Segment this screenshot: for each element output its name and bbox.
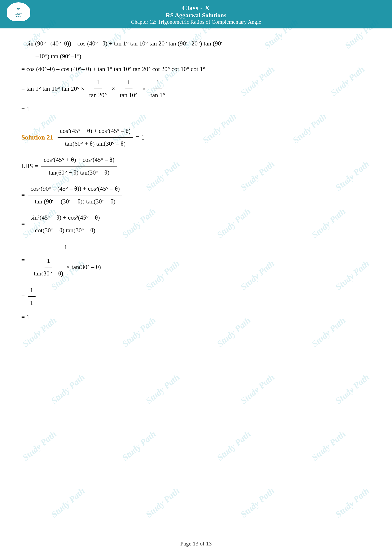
header: ✒ Study Path Class - X RS Aggarwal Solut…: [0, 0, 392, 28]
watermark-36: Study Path: [215, 429, 253, 463]
step5-den: 1: [28, 297, 35, 309]
logo-container: ✒ Study Path: [7, 2, 33, 21]
watermark-37: Study Path: [309, 429, 347, 463]
step3-den: cot(30° – θ) tan(30° – θ): [33, 224, 98, 237]
watermark-40: Study Path: [238, 485, 276, 520]
step6-text: = 1: [21, 314, 29, 320]
fraction-3-tan1: 1 tan 1°: [148, 76, 168, 101]
step4-den: 1 tan(30° – θ) × tan(30° – θ): [28, 254, 103, 280]
step4-inner-num: 1: [45, 255, 52, 267]
fraction-2-tan10: 1 tan 10°: [118, 76, 140, 101]
fraction-1-tan20: 1 tan 20°: [87, 76, 109, 101]
step4-inner-den: tan(30° – θ): [32, 267, 66, 280]
frac3-num: 1: [154, 76, 162, 89]
step4-num: 1: [62, 240, 70, 254]
step2-den: tan (90° – (30° – θ)) tan(30° – θ): [33, 195, 118, 208]
step4-inner-frac: 1 tan(30° – θ): [32, 255, 66, 280]
watermark-35: Study Path: [120, 429, 158, 463]
watermark-34: Study Path: [20, 429, 58, 463]
frac2-den: tan 10°: [118, 89, 140, 101]
line5-text: = 1: [21, 106, 29, 113]
sol21-frac-num: cos²(45° + θ) + cos²(45° – θ): [58, 125, 133, 138]
frac2-num: 1: [125, 76, 133, 89]
step4-den-suffix: × tan(30° – θ): [67, 262, 101, 273]
step6: = 1: [21, 312, 371, 323]
step2-eq: =: [21, 189, 25, 201]
line3-text: = cos (40°–θ) – cos (40°– θ) + tan 1° ta…: [21, 66, 205, 72]
step5-eq: =: [21, 291, 25, 302]
lhs-frac: cos²(45° + θ) + cos²(45° – θ) tan(60° + …: [41, 154, 117, 179]
step5-frac: 1 1: [28, 284, 35, 309]
page: ✒ Study Path Class - X RS Aggarwal Solut…: [0, 0, 392, 554]
watermark-32: Study Path: [238, 372, 276, 406]
frac1-den: tan 20°: [87, 89, 109, 101]
watermark-31: Study Path: [144, 372, 182, 406]
frac3-den: tan 1°: [148, 89, 168, 101]
cross2: ×: [142, 83, 146, 95]
sol21-eq: = 1: [136, 131, 145, 144]
math-line-1: = sin (90°– (40°–θ)) – cos (40°– θ) + ta…: [21, 38, 371, 49]
step4-frac: 1 1 tan(30° – θ) × tan(30° – θ): [28, 240, 103, 280]
lhs-den: tan(60° + θ) tan(30° – θ): [46, 166, 112, 179]
solution21-label: Solution 21: [21, 131, 53, 144]
frac1-num: 1: [94, 76, 102, 89]
page-label: Page 13 of 13: [180, 540, 212, 547]
lhs-step1: LHS = cos²(45° + θ) + cos²(45° – θ) tan(…: [21, 154, 371, 179]
pen-icon: ✒: [16, 6, 21, 12]
step3-num: sin²(45° – θ) + cos²(45° – θ): [28, 212, 102, 224]
solution21-main-frac: cos²(45° + θ) + cos²(45° – θ) tan(60° + …: [58, 125, 133, 150]
step5: = 1 1: [21, 284, 371, 309]
math-line-3: = cos (40°–θ) – cos (40°– θ) + tan 1° ta…: [21, 63, 371, 75]
lhs-num: cos²(45° + θ) + cos²(45° – θ): [41, 154, 117, 166]
step4-eq: =: [21, 255, 25, 266]
watermark-33: Study Path: [333, 372, 371, 406]
step2-num: cos²(90° – (45° – θ)) + cos²(45° – θ): [28, 183, 122, 195]
sol21-frac-den: tan(60° + θ) tan(30° – θ): [63, 138, 128, 150]
step3-frac: sin²(45° – θ) + cos²(45° – θ) cot(30° – …: [28, 212, 102, 237]
line1-text: = sin (90°– (40°–θ)) – cos (40°– θ) + ta…: [21, 40, 224, 47]
watermark-30: Study Path: [49, 372, 87, 406]
watermark-39: Study Path: [144, 485, 182, 520]
line4-prefix: = tan 1° tan 10° tan 20° ×: [21, 83, 84, 95]
rs-title: RS Aggarwal Solutions: [0, 12, 392, 19]
math-line-4: = tan 1° tan 10° tan 20° × 1 tan 20° × 1…: [21, 76, 371, 101]
footer: Page 13 of 13: [0, 540, 392, 547]
lhs-label: LHS =: [21, 161, 38, 172]
step4: = 1 1 tan(30° – θ) × tan(30° – θ): [21, 240, 371, 280]
logo-circle: ✒ Study Path: [7, 2, 30, 21]
step5-num: 1: [28, 284, 35, 297]
solution21-heading: Solution 21 cos²(45° + θ) + cos²(45° – θ…: [21, 125, 371, 150]
solution-21-block: Solution 21 cos²(45° + θ) + cos²(45° – θ…: [21, 125, 371, 323]
step2: = cos²(90° – (45° – θ)) + cos²(45° – θ) …: [21, 183, 371, 208]
step2-frac: cos²(90° – (45° – θ)) + cos²(45° – θ) ta…: [28, 183, 122, 208]
step3: = sin²(45° – θ) + cos²(45° – θ) cot(30° …: [21, 212, 371, 237]
line2-text: –10°) tan (90°–1°): [35, 53, 81, 60]
math-line-2: –10°) tan (90°–1°): [35, 51, 371, 62]
watermark-41: Study Path: [333, 485, 371, 520]
class-title: Class - X: [0, 4, 392, 12]
chapter-title: Chapter 12: Trigonometric Ratios of Comp…: [0, 19, 392, 25]
step3-eq: =: [21, 218, 25, 230]
cross1: ×: [112, 83, 115, 95]
math-line-5: = 1: [21, 104, 371, 115]
watermark-38: Study Path: [49, 485, 87, 520]
logo-path-text: Path: [16, 15, 21, 18]
main-content: = sin (90°– (40°–θ)) – cos (40°– θ) + ta…: [0, 28, 392, 339]
